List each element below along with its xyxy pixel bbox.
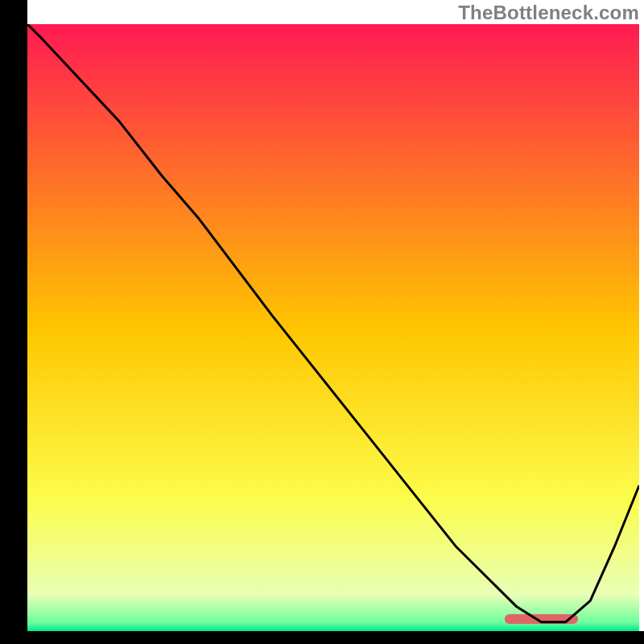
chart-background xyxy=(27,24,639,631)
chart-svg xyxy=(0,0,644,644)
x-axis-band xyxy=(0,631,644,644)
watermark-text: TheBottleneck.com xyxy=(458,2,639,24)
right-margin xyxy=(639,0,644,644)
y-axis-band xyxy=(0,0,27,644)
chart-container: TheBottleneck.com xyxy=(0,0,644,644)
